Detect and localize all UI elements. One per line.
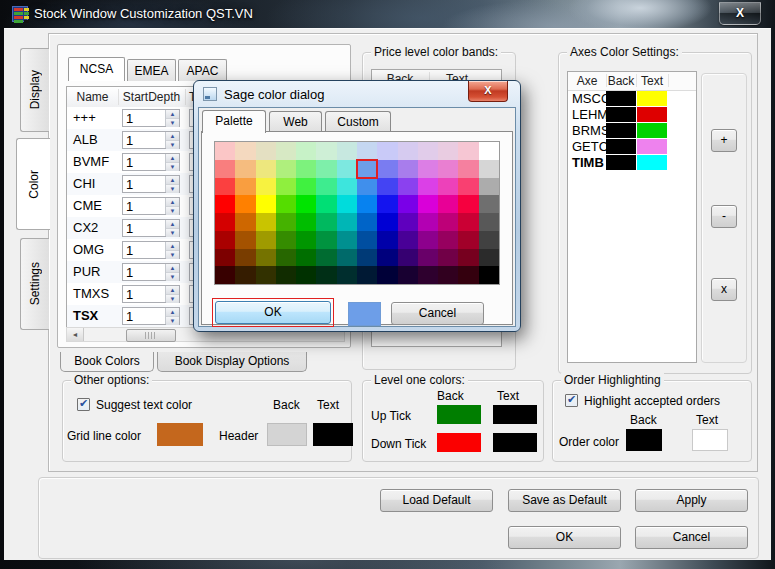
palette-cell[interactable] (458, 213, 478, 231)
palette-cell[interactable] (458, 195, 478, 213)
palette-cell[interactable] (256, 213, 276, 231)
highlight-accepted-orders-checkbox[interactable]: ✔ (565, 394, 578, 407)
order-text-swatch[interactable] (692, 429, 728, 451)
palette-cell[interactable] (235, 249, 255, 267)
spin-down-icon[interactable]: ▼ (166, 229, 179, 237)
palette-cell[interactable] (438, 213, 458, 231)
palette-cell[interactable] (316, 249, 336, 267)
palette-cell[interactable] (398, 266, 418, 284)
palette-cell[interactable] (357, 195, 377, 213)
spin-up-icon[interactable]: ▲ (166, 264, 179, 273)
spin-up-icon[interactable]: ▲ (166, 242, 179, 251)
tab-custom[interactable]: Custom (325, 111, 391, 132)
palette-cell[interactable] (296, 142, 316, 160)
palette-cell[interactable] (377, 178, 397, 196)
header-back-swatch[interactable] (267, 423, 307, 446)
sage-ok-button[interactable]: OK (215, 301, 331, 324)
palette-cell[interactable] (479, 213, 499, 231)
tab-book-display-options[interactable]: Book Display Options (157, 352, 307, 372)
axes-row[interactable]: LEHM (568, 107, 696, 123)
palette-cell[interactable] (337, 178, 357, 196)
tab-book-colors[interactable]: Book Colors (60, 352, 154, 372)
palette-cell[interactable] (316, 142, 336, 160)
palette-cell[interactable] (316, 160, 336, 178)
palette-cell[interactable] (438, 266, 458, 284)
spin-up-icon[interactable]: ▲ (166, 198, 179, 207)
palette-cell[interactable] (377, 160, 397, 178)
tab-display[interactable]: Display (20, 48, 49, 132)
palette-cell[interactable] (398, 231, 418, 249)
palette-cell[interactable] (235, 178, 255, 196)
spin-up-icon[interactable]: ▲ (166, 176, 179, 185)
spin-down-icon[interactable]: ▼ (166, 295, 179, 303)
palette-cell[interactable] (418, 213, 438, 231)
scrollbar-thumb[interactable] (126, 329, 176, 342)
palette-cell[interactable] (215, 195, 235, 213)
palette-cell[interactable] (418, 249, 438, 267)
axes-back-swatch[interactable] (606, 139, 636, 154)
palette-cell[interactable] (276, 231, 296, 249)
palette-cell[interactable] (296, 213, 316, 231)
palette-cell[interactable] (215, 266, 235, 284)
start-depth-spinner[interactable]: 1▲▼ (122, 285, 180, 303)
cancel-button[interactable]: Cancel (635, 526, 748, 549)
spin-up-icon[interactable]: ▲ (166, 154, 179, 163)
axes-back-swatch[interactable] (606, 123, 636, 138)
axes-text-swatch[interactable] (637, 107, 667, 122)
tab-web[interactable]: Web (269, 111, 322, 132)
axes-row[interactable]: TIMB (568, 155, 696, 171)
axes-col-axe[interactable]: Axe (568, 74, 606, 88)
suggest-text-color-checkbox[interactable]: ✔ (77, 398, 90, 411)
column-header-name[interactable]: Name (67, 90, 118, 104)
spin-down-icon[interactable]: ▼ (166, 317, 179, 325)
start-depth-spinner[interactable]: 1▲▼ (122, 175, 180, 193)
palette-cell[interactable] (337, 195, 357, 213)
palette-cell[interactable] (438, 249, 458, 267)
palette-cell[interactable] (256, 178, 276, 196)
axes-text-swatch[interactable] (637, 155, 667, 170)
spin-up-icon[interactable]: ▲ (166, 132, 179, 141)
palette-cell[interactable] (438, 231, 458, 249)
axes-back-swatch[interactable] (606, 91, 636, 106)
palette-cell[interactable] (398, 178, 418, 196)
palette-cell[interactable] (458, 160, 478, 178)
palette-cell[interactable] (377, 195, 397, 213)
axes-row[interactable]: GETC (568, 139, 696, 155)
palette-cell[interactable] (276, 160, 296, 178)
start-depth-spinner[interactable]: 1▲▼ (122, 219, 180, 237)
up-tick-text-swatch[interactable] (493, 405, 537, 424)
palette-cell[interactable] (337, 249, 357, 267)
palette-cell[interactable] (458, 178, 478, 196)
apply-button[interactable]: Apply (635, 489, 748, 512)
axes-text-swatch[interactable] (637, 91, 667, 106)
start-depth-spinner[interactable]: 1▲▼ (122, 241, 180, 259)
palette-cell[interactable] (276, 142, 296, 160)
spin-down-icon[interactable]: ▼ (166, 141, 179, 149)
axes-text-swatch[interactable] (637, 139, 667, 154)
axes-add-button[interactable]: + (711, 129, 737, 152)
palette-cell[interactable] (418, 266, 438, 284)
palette-cell[interactable] (276, 178, 296, 196)
palette-cell[interactable] (316, 231, 336, 249)
palette-cell[interactable] (337, 160, 357, 178)
palette-cell[interactable] (235, 266, 255, 284)
palette-cell[interactable] (479, 160, 499, 178)
palette-cell[interactable] (458, 231, 478, 249)
axes-row[interactable]: MSCO (568, 91, 696, 107)
palette-cell[interactable] (479, 249, 499, 267)
spin-down-icon[interactable]: ▼ (166, 207, 179, 215)
spin-down-icon[interactable]: ▼ (166, 185, 179, 193)
start-depth-spinner[interactable]: 1▲▼ (122, 131, 180, 149)
palette-cell[interactable] (276, 195, 296, 213)
sage-close-button[interactable]: X (468, 81, 508, 102)
palette-cell[interactable] (316, 266, 336, 284)
palette-cell[interactable] (377, 142, 397, 160)
palette-cell[interactable] (235, 231, 255, 249)
palette-cell[interactable] (418, 231, 438, 249)
column-header-startdepth[interactable]: StartDepth (118, 90, 185, 104)
palette-cell[interactable] (479, 266, 499, 284)
start-depth-spinner[interactable]: 1▲▼ (122, 197, 180, 215)
load-default-button[interactable]: Load Default (380, 489, 493, 512)
spin-up-icon[interactable]: ▲ (166, 286, 179, 295)
palette-cell[interactable] (479, 178, 499, 196)
